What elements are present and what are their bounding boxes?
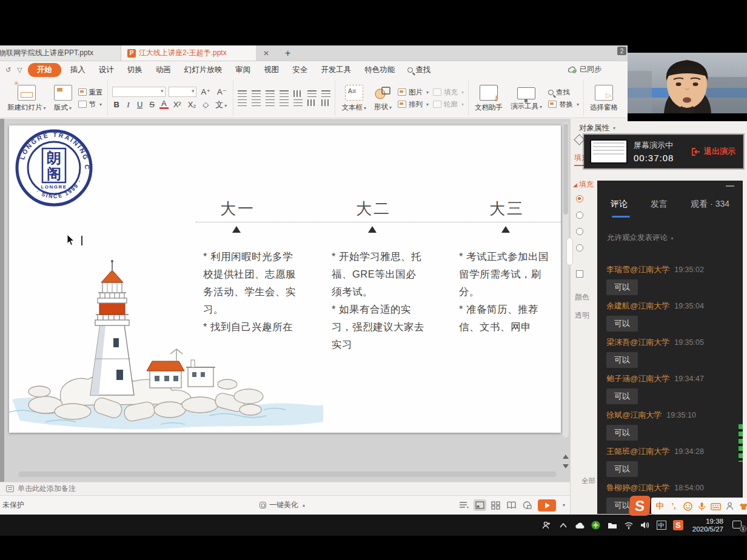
new-slide-button[interactable]: 新建幻灯片▾ [5,84,48,113]
menu-item-10[interactable]: 特色功能 [358,63,401,77]
fill-option-radio[interactable] [576,244,583,252]
bullet-list-icon[interactable] [238,90,247,97]
notification-center-icon[interactable]: 1 [732,521,745,530]
previous-slide-button[interactable] [563,455,569,459]
sync-status[interactable]: 已同步 [568,64,601,75]
replace-button[interactable]: 替换▾ [548,100,579,109]
outline-button[interactable]: 轮廓▾ [433,100,464,109]
justify-icon[interactable] [280,99,289,106]
properties-caret[interactable]: ▾ [613,125,615,131]
align-right-icon[interactable] [266,99,275,106]
antivirus-tray-icon[interactable] [591,521,601,530]
beautify-button[interactable]: 一键美化 ▴ [260,500,305,510]
menu-item-1[interactable]: 插入 [64,63,92,77]
panel-collapse-handle[interactable] [566,238,573,265]
network-tray-icon[interactable] [624,521,634,530]
italic-button[interactable]: I [124,100,132,110]
underline-button[interactable]: U [135,100,144,109]
menu-item-2[interactable]: 设计 [92,63,121,77]
next-slide-button[interactable] [563,464,569,468]
decrease-indent-icon[interactable] [266,90,275,97]
indent-left-icon[interactable] [307,99,317,106]
selection-pane-button[interactable]: 选择窗格 [588,84,620,113]
font-name-select[interactable] [112,87,166,97]
subscript-button[interactable]: X₂ [186,100,198,109]
increase-font-button[interactable]: A⁺ [199,87,213,96]
slide-sorter-button[interactable] [491,501,501,510]
minimize-panel-icon[interactable] [726,185,734,187]
presentation-tools-button[interactable]: 演示工具▾ [509,85,544,112]
fill-option-radio[interactable] [576,228,583,235]
ime-punctuation-icon[interactable]: ’, [668,501,680,510]
fill-option-checkbox[interactable] [576,270,583,278]
shapes-button[interactable]: 形状▾ [372,85,394,112]
layout-button[interactable]: 版式▾ [52,84,74,113]
ime-lang-toggle[interactable]: 中 [654,501,666,512]
find-menu[interactable]: 查找 [401,65,437,75]
picture-button[interactable]: 图片▾ [398,88,429,97]
ime-keyboard-icon[interactable] [709,501,722,510]
fill-option-radio-selected[interactable] [576,195,583,202]
arrange-button[interactable]: 排列▾ [398,100,429,109]
superscript-button[interactable]: X² [172,100,183,109]
tab-comments[interactable]: 评论 [611,199,628,210]
notes-bar[interactable]: 单击此处添加备注 [0,482,570,495]
taskbar-clock[interactable]: 19:38 2020/5/27 [692,518,723,533]
sogou-tray-icon[interactable]: S [673,520,683,530]
clear-format-button[interactable]: ◇ [201,100,210,109]
indent-right-icon[interactable] [321,99,330,106]
ime-emoji-icon[interactable] [682,501,694,510]
ime-toolbox-icon[interactable] [723,501,735,511]
menu-item-5[interactable]: 幻灯片放映 [178,63,229,77]
align-left-icon[interactable] [238,99,247,106]
menu-item-6[interactable]: 审阅 [229,63,257,77]
protection-status[interactable]: 未保护 [0,500,24,510]
people-tray-icon[interactable] [542,521,552,530]
normal-view-button[interactable] [475,501,485,510]
reset-button[interactable]: 重置 [78,88,103,97]
distribute-icon[interactable] [293,99,303,106]
align-center-icon[interactable] [252,99,261,106]
undo-icon[interactable]: ↺ [2,66,14,74]
ime-voice-icon[interactable] [695,501,708,510]
allow-comments-dropdown[interactable]: 允许观众发表评论 ▾ [607,233,674,243]
font-size-select[interactable] [169,87,196,97]
folder-tray-icon[interactable] [608,521,617,530]
customize-toolbar-icon[interactable]: ▽ [14,66,25,74]
textbox-button[interactable]: 文本框▾ [340,84,368,113]
decrease-font-button[interactable]: A⁻ [215,87,229,96]
volume-tray-icon[interactable] [640,521,650,530]
vertical-scrollbar[interactable] [563,122,569,438]
menu-item-4[interactable]: 动画 [149,63,178,77]
exit-presentation-button[interactable]: 退出演示 [691,146,735,157]
slideshow-settings-icon[interactable] [522,501,532,510]
numbered-list-icon[interactable] [252,90,261,97]
cloud-tray-icon[interactable] [575,521,585,530]
doc-tab-active[interactable]: P 江大线上讲座2-王超予.pptx [121,45,256,61]
tray-expand-chevron[interactable] [558,521,568,530]
sogou-logo[interactable]: S [629,496,651,516]
font-color-button[interactable]: A [159,100,169,109]
section-button[interactable]: 节▾ [78,100,103,109]
menu-item-3[interactable]: 切换 [121,63,149,77]
menu-item-9[interactable]: 开发工具 [314,63,358,77]
tab-speak[interactable]: 发言 [651,199,668,210]
close-tab-icon[interactable]: ✕ [256,45,276,61]
menu-item-7[interactable]: 视图 [257,63,286,77]
language-indicator[interactable]: 中 [657,521,666,530]
horizontal-scrollbar[interactable] [18,472,557,477]
all-button[interactable]: 全部 [581,476,595,485]
slide[interactable]: LONGRE TRAINING CENTER · SINCE 1999 · 朗 … [9,125,561,433]
slideshow-options-caret[interactable]: ▾ [563,502,565,508]
menu-item-8[interactable]: 安全 [286,63,314,77]
ime-skin-icon[interactable] [737,501,747,510]
columns-icon[interactable] [321,90,330,97]
start-slideshow-button[interactable] [538,499,556,512]
tab-watch-count[interactable]: 观看 · 334 [691,199,729,210]
text-direction-icon[interactable] [293,90,303,97]
menu-item-0[interactable]: 开始 [28,63,61,77]
find-button[interactable]: 查找 [548,88,579,97]
line-spacing-icon[interactable] [307,90,317,97]
increase-indent-icon[interactable] [280,90,289,97]
strikethrough-button[interactable]: S [147,100,156,109]
